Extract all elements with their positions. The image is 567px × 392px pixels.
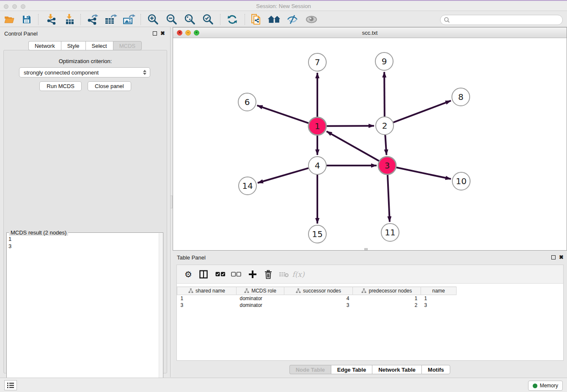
table-cell[interactable]: 1 — [177, 295, 237, 302]
graph-node-label-10: 10 — [456, 176, 466, 186]
graph-edge-1-2[interactable] — [327, 126, 374, 126]
zoom-in-icon[interactable] — [146, 13, 160, 26]
memory-button[interactable]: Memory — [528, 381, 563, 391]
float-table-panel-icon[interactable] — [551, 255, 556, 259]
shared-column-icon — [244, 288, 249, 293]
save-session-icon[interactable] — [19, 13, 34, 26]
tab-network-table[interactable]: Network Table — [372, 365, 421, 374]
table-cell[interactable]: 1 — [421, 295, 457, 302]
selected-criterion: strongly connected component — [24, 69, 142, 76]
network-splitter-handle[interactable] — [364, 248, 368, 250]
graph-node-label-2: 2 — [382, 121, 388, 131]
memory-label: Memory — [540, 383, 558, 389]
tab-network[interactable]: Network — [28, 41, 61, 50]
network-view-window: ✕ − + scc.txt 7968124314101511 — [173, 27, 567, 251]
graph-edge-4-14[interactable] — [258, 168, 308, 183]
tab-edge-table[interactable]: Edge Table — [331, 365, 372, 374]
float-panel-icon[interactable] — [153, 31, 157, 36]
select-all-icon[interactable] — [214, 268, 227, 281]
import-network-icon[interactable] — [44, 13, 58, 26]
graph-edge-2-8[interactable] — [394, 101, 451, 122]
zoom-fit-icon[interactable] — [183, 13, 197, 26]
graph-node-label-8: 8 — [458, 92, 464, 102]
clone-network-icon[interactable] — [249, 13, 263, 26]
tab-motifs[interactable]: Motifs — [421, 365, 450, 374]
refresh-icon[interactable] — [225, 13, 239, 26]
export-network-icon[interactable] — [85, 13, 100, 26]
task-history-button[interactable] — [4, 380, 17, 390]
control-panel: Control Panel ✖ Network Style Select MCD… — [0, 27, 171, 377]
import-table-icon[interactable] — [63, 13, 77, 26]
table-cell[interactable]: 3 — [421, 302, 457, 309]
toolbar-separator — [38, 14, 39, 25]
result-scrollbar[interactable] — [159, 233, 162, 392]
table-panel-title: Table Panel — [177, 254, 206, 261]
search-input[interactable] — [452, 17, 562, 23]
table-toolbar: ⚙ f(x) — [177, 265, 563, 284]
open-file-icon[interactable] — [2, 13, 17, 26]
graph-edge-1-6[interactable] — [257, 105, 309, 123]
deselect-all-icon[interactable] — [230, 268, 242, 281]
column-label: shared name — [195, 288, 225, 294]
close-panel-icon[interactable]: ✖ — [160, 30, 165, 36]
close-panel-button[interactable]: Close panel — [88, 81, 131, 91]
table-cell[interactable]: dominator — [237, 302, 284, 309]
column-label: name — [432, 288, 445, 294]
graph-edges — [257, 72, 451, 224]
table-row[interactable]: 3dominator323 — [177, 302, 457, 309]
column-header-successor-nodes[interactable]: successor nodes — [284, 287, 353, 295]
table-cell[interactable]: 1 — [353, 295, 421, 302]
graph-node-label-4: 4 — [315, 160, 320, 171]
tab-node-table[interactable]: Node Table — [289, 365, 331, 374]
column-header-predecessor-nodes[interactable]: predecessor nodes — [353, 287, 421, 295]
table-cell[interactable]: dominator — [237, 295, 284, 302]
table-cell[interactable]: 3 — [284, 302, 353, 309]
export-image-icon[interactable] — [122, 13, 136, 26]
graph-edge-3-11[interactable] — [388, 175, 390, 222]
toolbar-separator — [220, 14, 220, 25]
delete-column-icon[interactable] — [262, 268, 275, 281]
column-header-name[interactable]: name — [421, 287, 457, 295]
columns-icon[interactable] — [197, 268, 210, 281]
home-layout-icon[interactable] — [267, 13, 281, 26]
delete-table-icon[interactable] — [278, 268, 290, 281]
memory-status-icon — [533, 384, 537, 388]
table-row[interactable]: 1dominator411 — [177, 295, 457, 302]
graph-edge-2-3[interactable] — [385, 135, 386, 155]
search-field[interactable] — [440, 15, 563, 25]
column-header-MCDS-role[interactable]: MCDS role — [237, 287, 284, 295]
column-header-shared-name[interactable]: shared name — [177, 287, 237, 295]
table-cell[interactable]: 4 — [284, 295, 353, 302]
network-window-titlebar[interactable]: ✕ − + scc.txt — [173, 28, 567, 38]
tab-select[interactable]: Select — [85, 41, 113, 50]
network-window-title: scc.txt — [173, 30, 567, 36]
optimization-criterion-select[interactable]: strongly connected component — [19, 67, 150, 77]
zoom-selected-icon[interactable] — [201, 13, 215, 26]
network-canvas[interactable]: 7968124314101511 — [173, 38, 567, 250]
mcds-panel-body: Optimization criterion: strongly connect… — [3, 50, 167, 373]
table-panel: Table Panel ✖ ⚙ f(x) — [173, 251, 567, 377]
graph-edge-3-1[interactable] — [327, 131, 379, 161]
tab-mcds[interactable]: MCDS — [113, 41, 142, 50]
hide-selected-icon[interactable] — [285, 13, 300, 26]
run-mcds-button[interactable]: Run MCDS — [39, 81, 82, 91]
column-label: MCDS role — [251, 288, 276, 294]
graph-edge-2-9[interactable] — [384, 72, 385, 116]
export-table-icon[interactable] — [104, 13, 118, 26]
table-cell[interactable]: 3 — [177, 302, 237, 309]
add-column-icon[interactable] — [246, 268, 259, 281]
show-all-icon[interactable] — [304, 13, 319, 26]
graph-edge-3-10[interactable] — [396, 168, 451, 179]
panel-splitter-handle[interactable] — [170, 196, 173, 208]
session-title: Session: New Session — [0, 3, 567, 9]
node-table[interactable]: shared nameMCDS rolesuccessor nodesprede… — [177, 287, 457, 309]
gear-icon[interactable]: ⚙ — [182, 268, 195, 281]
status-bar: Memory — [0, 378, 567, 392]
column-label: successor nodes — [303, 288, 341, 294]
graph-node-label-14: 14 — [242, 181, 253, 191]
close-table-panel-icon[interactable]: ✖ — [559, 254, 564, 260]
function-builder-icon: f(x) — [292, 268, 305, 281]
tab-style[interactable]: Style — [61, 41, 85, 50]
zoom-out-icon[interactable] — [165, 13, 179, 26]
table-cell[interactable]: 2 — [353, 302, 421, 309]
